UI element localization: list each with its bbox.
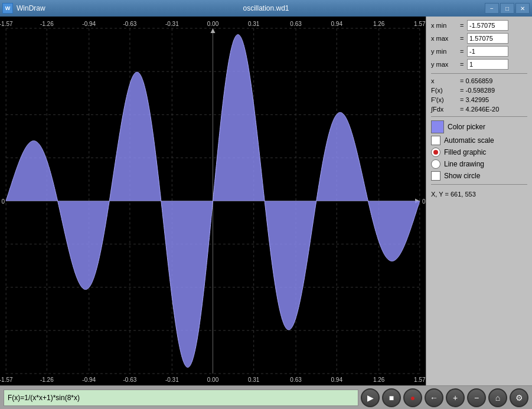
- x-value: = 0.656859: [460, 77, 492, 84]
- x-max-input[interactable]: [467, 33, 508, 44]
- y-min-input[interactable]: [467, 46, 508, 57]
- divider3: [431, 184, 527, 185]
- back-button[interactable]: ←: [425, 388, 443, 407]
- graph-canvas: [0, 17, 426, 385]
- show-circle-label: Show circle: [444, 172, 480, 180]
- color-picker-label: Color picker: [448, 123, 485, 131]
- x-max-row: x max =: [431, 33, 527, 44]
- app-name: WinDraw: [17, 4, 45, 12]
- close-button[interactable]: ✕: [515, 3, 530, 14]
- fx-row: F(x) = -0.598289: [431, 87, 527, 94]
- x-label: x: [431, 77, 458, 84]
- minimize-button[interactable]: −: [485, 3, 499, 14]
- x-max-label: x max: [431, 35, 458, 42]
- x-min-row: x min =: [431, 20, 527, 31]
- zoom-out-button[interactable]: −: [467, 388, 486, 407]
- title-bar-left: W WinDraw: [2, 3, 45, 14]
- fx-label: F(x): [431, 87, 458, 94]
- auto-scale-row: Automatic scale: [431, 136, 527, 145]
- coords-label: X, Y: [431, 191, 443, 198]
- y-max-input[interactable]: [467, 59, 508, 70]
- home-button[interactable]: ⌂: [488, 388, 507, 407]
- line-drawing-radio[interactable]: [431, 159, 440, 169]
- stop-button[interactable]: ■: [382, 388, 401, 407]
- integral-row: ∫Fdx = 4.2646E-20: [431, 106, 527, 113]
- coords-value: = 661, 553: [445, 191, 475, 198]
- main-area: x min = x max = y min = y max = x = 0.65…: [0, 17, 532, 385]
- show-circle-checkbox[interactable]: [431, 171, 440, 181]
- bottom-bar: ▶ ■ ● ← + − ⌂ ⚙: [0, 385, 532, 409]
- divider1: [431, 73, 527, 74]
- x-value-row: x = 0.656859: [431, 77, 527, 84]
- fx-value: = -0.598289: [460, 87, 495, 94]
- zoom-in-button[interactable]: +: [446, 388, 465, 407]
- filled-graphic-row: Filled graphic: [431, 148, 527, 157]
- integral-value: = 4.2646E-20: [460, 106, 499, 113]
- x-min-label: x min: [431, 22, 458, 29]
- integral-label: ∫Fdx: [431, 106, 458, 113]
- automatic-scale-checkbox[interactable]: [431, 136, 440, 145]
- filled-graphic-label: Filled graphic: [444, 148, 486, 156]
- color-picker-button[interactable]: [431, 120, 444, 133]
- fpx-value: = 3.42995: [460, 96, 489, 103]
- app-icon: W: [2, 3, 13, 14]
- window-controls: − □ ✕: [485, 3, 530, 14]
- line-drawing-label: Line drawing: [444, 160, 484, 168]
- filled-graphic-dot: [433, 150, 438, 155]
- y-max-row: y max =: [431, 59, 527, 70]
- title-bar: W WinDraw oscillation.wd1 − □ ✕: [0, 0, 532, 17]
- file-name: oscillation.wd1: [243, 4, 289, 12]
- record-button[interactable]: ●: [403, 388, 422, 407]
- automatic-scale-label: Automatic scale: [444, 136, 494, 145]
- line-drawing-dot: [433, 162, 438, 166]
- settings-button[interactable]: ⚙: [510, 388, 528, 407]
- record-icon: ●: [410, 393, 415, 403]
- filled-graphic-radio[interactable]: [431, 148, 440, 157]
- maximize-button[interactable]: □: [500, 3, 514, 14]
- right-panel: x min = x max = y min = y max = x = 0.65…: [426, 17, 532, 385]
- y-min-label: y min: [431, 48, 458, 55]
- show-circle-row: Show circle: [431, 171, 527, 181]
- coords-row: X, Y = 661, 553: [431, 191, 527, 198]
- graph-container[interactable]: [0, 17, 426, 385]
- fpx-label: F'(x): [431, 96, 458, 103]
- divider2: [431, 116, 527, 117]
- color-picker-row: Color picker: [431, 120, 527, 133]
- fpx-row: F'(x) = 3.42995: [431, 96, 527, 103]
- formula-input[interactable]: [4, 390, 358, 406]
- line-drawing-row: Line drawing: [431, 159, 527, 169]
- x-min-input[interactable]: [467, 20, 508, 31]
- play-button[interactable]: ▶: [361, 388, 380, 407]
- y-max-label: y max: [431, 61, 458, 68]
- y-min-row: y min =: [431, 46, 527, 57]
